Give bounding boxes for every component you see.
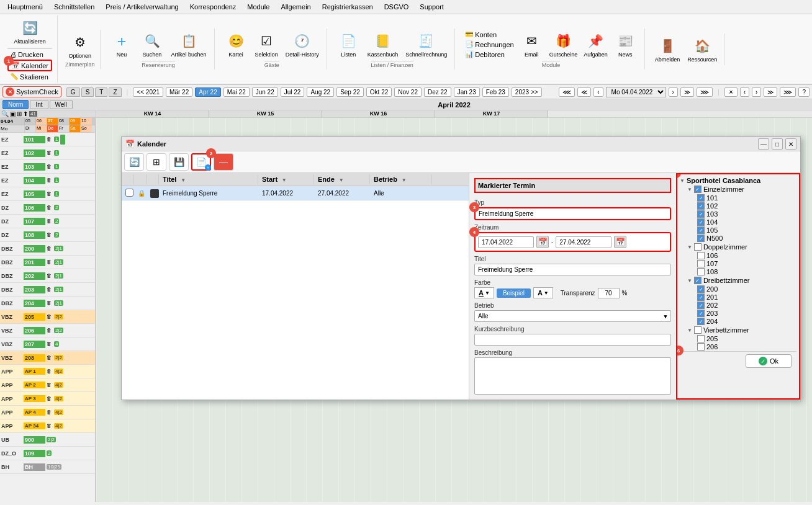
room-206-checkbox[interactable] — [697, 343, 705, 351]
kalender-button[interactable]: 📅 Kalender 1 — [7, 60, 52, 71]
menu-korrespondenz[interactable]: Korrespondenz — [185, 1, 241, 12]
apt-checkbox-0[interactable] — [125, 189, 133, 197]
room-103-checkbox[interactable]: ✓ — [697, 210, 705, 218]
menu-module[interactable]: Module — [242, 1, 274, 12]
drucken-button[interactable]: 🖨 Drucken — [7, 50, 52, 59]
date-fast-next[interactable]: ⋙ — [697, 87, 713, 97]
news-button[interactable]: 📰 News — [611, 30, 639, 59]
date-next[interactable]: › — [669, 87, 678, 97]
nav-mai22[interactable]: Mai 22 — [223, 87, 250, 97]
betrieb-select[interactable]: Alle — [474, 310, 671, 322]
color-a-btn[interactable]: A ▼ — [474, 287, 494, 298]
room-200-checkbox[interactable]: ✓ — [697, 285, 705, 293]
room-205-checkbox[interactable] — [697, 335, 705, 342]
next-nav[interactable]: › — [752, 87, 761, 97]
room-104-checkbox[interactable]: ✓ — [697, 218, 705, 226]
nav-jan23[interactable]: Jan 23 — [454, 87, 480, 97]
room-204-checkbox[interactable]: ✓ — [697, 318, 705, 325]
konten-button[interactable]: 💳 Konten — [462, 30, 516, 39]
room-108-checkbox[interactable] — [697, 268, 705, 275]
transparency-input[interactable] — [598, 288, 620, 298]
titel-input[interactable] — [474, 264, 671, 275]
room-105-checkbox[interactable]: ✓ — [697, 226, 705, 234]
vierbettzimmer-expand-icon[interactable]: ▼ — [687, 328, 692, 333]
menu-support[interactable]: Support — [415, 1, 449, 12]
menu-hauptmenu[interactable]: Hauptmenü — [2, 1, 48, 12]
view-tab-t[interactable]: T — [95, 87, 107, 97]
end-cal-icon[interactable]: 📅 — [614, 236, 626, 248]
menu-registrierkassen[interactable]: Registrierkassen — [317, 1, 378, 12]
minimize-button[interactable]: — — [758, 138, 769, 150]
dialog-save-btn[interactable]: 💾 — [169, 153, 189, 171]
close-button[interactable]: ✕ — [785, 138, 796, 150]
nav-dez22[interactable]: Dez 22 — [424, 87, 451, 97]
email-button[interactable]: ✉ Email — [518, 30, 546, 59]
neu-button[interactable]: ＋ Neu — [108, 30, 136, 59]
dialog-new-btn[interactable]: 📄 + 2 — [191, 153, 211, 171]
norm-tab[interactable]: Norm — [2, 100, 29, 109]
abmelden-button[interactable]: 🚪 Abmelden — [652, 35, 683, 64]
ressourcen-button[interactable]: 🏠 Ressourcen — [685, 35, 720, 64]
skip-skip-nav[interactable]: ⋙ — [780, 87, 796, 97]
date-next-next[interactable]: ≫ — [680, 87, 694, 97]
room-107-checkbox[interactable] — [697, 260, 705, 267]
hotel-expand-icon[interactable]: ▼ — [680, 178, 685, 184]
doppelzimmer-checkbox[interactable] — [694, 243, 701, 251]
artikel-buchen-button[interactable]: 📋 Artikel buchen — [169, 30, 209, 59]
sun-icon-btn[interactable]: ☀ — [724, 87, 738, 97]
nav-aug22[interactable]: Aug 22 — [307, 87, 334, 97]
dialog-grid-btn[interactable]: ⊞ — [147, 153, 166, 171]
menu-preis[interactable]: Preis / Artikelverwaltung — [101, 1, 183, 12]
dialog-refresh-btn[interactable]: 🔄 — [124, 153, 144, 171]
suchen-button[interactable]: 🔍 Suchen — [138, 30, 166, 59]
start-cal-icon[interactable]: 📅 — [536, 236, 549, 248]
schnellrechnung-button[interactable]: 🧾 Schnellrechnung — [403, 30, 449, 59]
menu-dsgvo[interactable]: DSGVO — [379, 1, 414, 12]
vierbettzimmer-checkbox[interactable] — [694, 326, 701, 334]
beispiel-btn[interactable]: Beispiel — [497, 288, 531, 298]
nav-jul22[interactable]: Jul 22 — [281, 87, 305, 97]
gutscheine-button[interactable]: 🎁 Gutscheine — [547, 30, 580, 59]
selektion-button[interactable]: ☑ Selektion — [253, 30, 281, 59]
debitoren-button[interactable]: 📊 Debitoren — [462, 50, 516, 59]
view-tab-s[interactable]: S — [81, 87, 94, 97]
start-date-input[interactable] — [478, 236, 534, 248]
maximize-button[interactable]: □ — [772, 138, 783, 150]
view-tab-z[interactable]: Z — [109, 87, 121, 97]
dialog-delete-btn[interactable]: — — [214, 153, 233, 171]
room-102-checkbox[interactable]: ✓ — [697, 202, 705, 210]
room-n500-checkbox[interactable]: ✓ — [697, 235, 705, 242]
nav-prev-prev[interactable]: << 2021 — [133, 87, 163, 97]
dreibettzimmer-checkbox[interactable]: ✓ — [694, 277, 701, 284]
prev-nav[interactable]: ‹ — [740, 87, 749, 97]
kassenbuch-button[interactable]: 📒 Kassenbuch — [365, 30, 401, 59]
ok-button[interactable]: ✓ Ok — [746, 354, 792, 368]
kurzbeschreibung-input[interactable] — [474, 334, 671, 346]
date-prev-prev[interactable]: ≪ — [577, 87, 591, 97]
rechnungen-button[interactable]: 📑 Rechnungen — [462, 40, 516, 49]
nav-nov22[interactable]: Nov 22 — [394, 87, 422, 97]
apt-row-0[interactable]: 🔒 Freimeldung Sperre 17.04.2022 27.04.20… — [122, 186, 469, 201]
nav-next[interactable]: 2023 >> — [512, 87, 542, 97]
kartei-button[interactable]: 😊 Kartei — [222, 30, 250, 59]
nav-feb23[interactable]: Feb 23 — [482, 87, 509, 97]
room-202-checkbox[interactable]: ✓ — [697, 302, 705, 309]
einzelzimmer-checkbox[interactable]: ✓ — [694, 185, 701, 193]
nav-mar22[interactable]: Mär 22 — [166, 87, 192, 97]
room-106-checkbox[interactable] — [697, 252, 705, 259]
typ-select[interactable]: Freimeldung Sperre — [476, 208, 670, 219]
date-select[interactable]: Mo 04.04.2022 — [606, 87, 666, 97]
color-a2-btn[interactable]: A ▼ — [533, 287, 553, 298]
aufgaben-button[interactable]: 📌 Aufgaben — [581, 30, 610, 59]
skip-nav[interactable]: ≫ — [764, 87, 777, 97]
help-btn[interactable]: ? — [798, 87, 810, 97]
nav-jun22[interactable]: Jun 22 — [252, 87, 278, 97]
nav-apr22[interactable]: Apr 22 — [195, 87, 220, 97]
apt-check-0[interactable] — [123, 188, 135, 199]
einzelzimmer-expand-icon[interactable]: ▼ — [687, 187, 692, 192]
room-201-checkbox[interactable]: ✓ — [697, 293, 705, 301]
optionen-button[interactable]: ⚙ Optionen — [66, 31, 94, 60]
date-prev[interactable]: ‹ — [593, 87, 603, 97]
listen-button[interactable]: 📄 Listen — [335, 30, 363, 59]
dreibettzimmer-expand-icon[interactable]: ▼ — [687, 278, 692, 284]
